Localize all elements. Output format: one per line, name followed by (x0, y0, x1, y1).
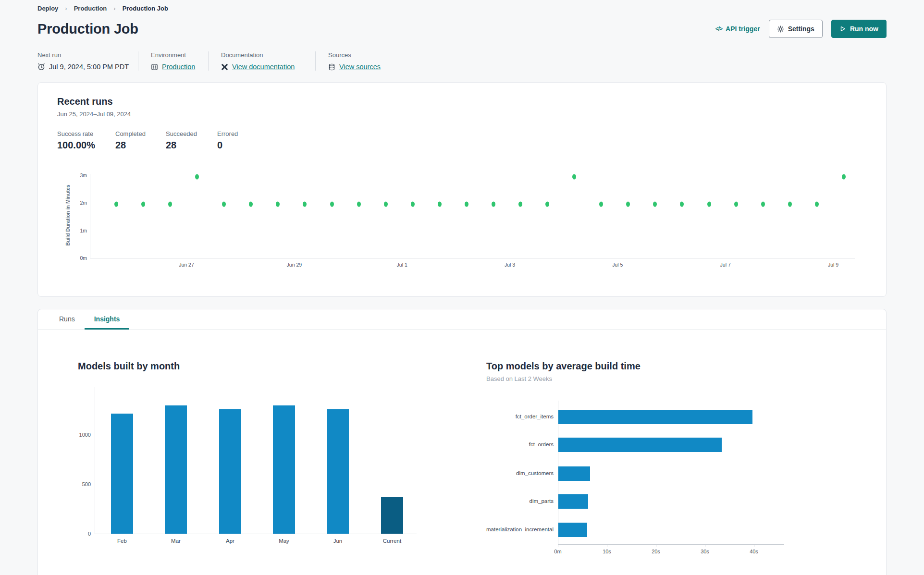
scatter-point (761, 202, 765, 207)
api-trigger-label: API trigger (726, 25, 760, 33)
clock-icon (37, 63, 45, 71)
scatter-point (707, 202, 711, 207)
x-tick-label: Jul 9 (819, 262, 848, 268)
scatter-point (653, 202, 657, 207)
scatter-point (114, 202, 118, 207)
category-label: dim_parts (486, 498, 554, 504)
scatter-point (411, 202, 415, 207)
environment-link[interactable]: Production (162, 63, 195, 71)
x-tick-label: 40s (742, 549, 766, 554)
stat-errored: Errored 0 (217, 130, 265, 151)
bar (558, 523, 587, 537)
x-axis-line (90, 258, 855, 258)
chevron-right-icon: › (65, 5, 67, 12)
scatter-point (788, 202, 792, 207)
x-tick-label: Jul 1 (388, 262, 417, 268)
scatter-point (276, 202, 280, 207)
breadcrumb: Deploy › Production › Production Job (37, 0, 887, 12)
scatter-point (222, 202, 226, 207)
x-tick-mark (705, 544, 705, 547)
x-tick-label: 20s (644, 549, 668, 554)
scatter-point (599, 202, 603, 207)
y-tick-label: 0 (74, 531, 91, 537)
scatter-point (545, 202, 549, 207)
category-label: materialization_incremental (486, 526, 554, 532)
x-tick-label: Jul 3 (495, 262, 524, 268)
x-tick-mark (558, 544, 558, 547)
scatter-point (572, 174, 576, 179)
x-tick-label: 10s (595, 549, 619, 554)
next-run-value: Jul 9, 2024, 5:00 PM PDT (49, 63, 129, 71)
scatter-point (330, 202, 334, 207)
y-tick-label: 2m (71, 200, 87, 206)
play-icon (839, 25, 846, 32)
top-models-chart: 0m10s20s30s40sfct_order_itemsfct_ordersd… (486, 394, 823, 557)
x-tick-label: Current (373, 538, 411, 544)
x-tick-label: 0m (546, 549, 570, 554)
y-tick-label: 3m (71, 172, 87, 178)
environment-icon (151, 63, 158, 71)
breadcrumb-deploy[interactable]: Deploy (37, 5, 58, 12)
y-axis-title: Build Duration in Minutes (65, 174, 71, 256)
scatter-point (680, 202, 684, 207)
scatter-point (518, 202, 522, 207)
y-axis-line (95, 387, 95, 534)
models-by-month-title: Models built by month (78, 361, 446, 372)
page: Deploy › Production › Production Job Pro… (0, 0, 924, 575)
bar (111, 414, 133, 534)
view-sources-link[interactable]: View sources (339, 63, 381, 71)
breadcrumb-production-job: Production Job (123, 5, 168, 12)
x-axis-line (558, 544, 784, 545)
bar (381, 497, 403, 534)
database-icon (328, 63, 335, 71)
recent-runs-date-range: Jun 25, 2024–Jul 09, 2024 (57, 110, 867, 118)
insights-panel: Models built by month 05001000FebMarAprM… (38, 330, 886, 557)
scatter-point (384, 202, 388, 207)
breadcrumb-production[interactable]: Production (74, 5, 107, 12)
run-now-button[interactable]: Run now (831, 20, 887, 38)
recent-runs-title: Recent runs (57, 96, 867, 107)
scatter-point (438, 202, 442, 207)
recent-runs-stats: Success rate 100.00% Completed 28 Succee… (57, 130, 867, 151)
meta-next-run: Next run Jul 9, 2024, 5:00 PM PDT (37, 51, 138, 71)
scatter-point (303, 202, 307, 207)
view-documentation-link[interactable]: View documentation (232, 63, 295, 71)
scatter-point (249, 202, 253, 207)
code-icon: </> (715, 25, 722, 32)
next-run-label: Next run (37, 51, 120, 59)
top-models-subtitle: Based on Last 2 Weeks (486, 375, 871, 382)
settings-button[interactable]: Settings (769, 20, 823, 38)
documentation-label: Documentation (221, 51, 297, 59)
y-tick-label: 0m (71, 255, 87, 261)
scatter-point (141, 202, 145, 207)
top-models-title: Top models by average build time (486, 361, 871, 372)
meta-documentation: Documentation View documentation (208, 51, 315, 71)
x-tick-label: Jun 27 (172, 262, 201, 268)
api-trigger-link[interactable]: </> API trigger (715, 25, 760, 33)
scatter-point (734, 202, 738, 207)
bar (558, 438, 722, 452)
x-tick-label: Mar (157, 538, 195, 544)
build-duration-chart: Build Duration in Minutes0m1m2m3mJun 27J… (57, 163, 862, 271)
scatter-point (357, 202, 361, 207)
bar (219, 409, 241, 534)
job-detail-card: Runs Insights Models built by month 0500… (37, 309, 887, 575)
bar (273, 405, 295, 534)
y-tick-label: 500 (74, 481, 91, 487)
meta-environment: Environment Production (138, 51, 208, 71)
sources-label: Sources (328, 51, 381, 59)
job-meta-row: Next run Jul 9, 2024, 5:00 PM PDT Enviro… (37, 51, 887, 71)
stat-succeeded: Succeeded 28 (166, 130, 217, 151)
tab-runs[interactable]: Runs (49, 309, 85, 330)
x-tick-mark (607, 544, 607, 547)
scatter-point (492, 202, 495, 207)
x-tick-label: Jul 5 (603, 262, 632, 268)
category-label: fct_order_items (486, 414, 554, 419)
bar (558, 494, 588, 509)
tab-insights[interactable]: Insights (85, 309, 130, 330)
x-tick-label: Jun 29 (280, 262, 308, 268)
stat-completed: Completed 28 (115, 130, 166, 151)
y-tick-label: 1m (71, 228, 87, 233)
x-tick-label: May (265, 538, 303, 544)
top-models-block: Top models by average build time Based o… (486, 361, 871, 557)
